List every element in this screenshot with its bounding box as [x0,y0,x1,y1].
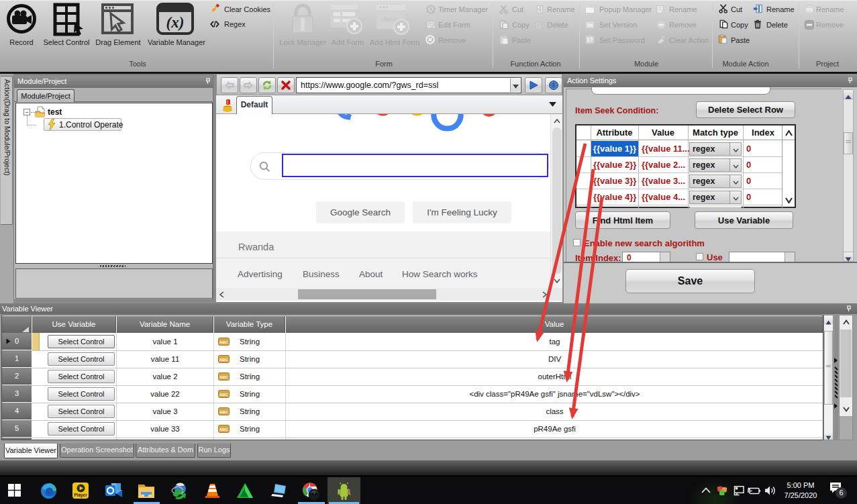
svg-text:Ve: Ve [587,22,593,28]
svg-text:1?: 1? [587,37,593,43]
svg-text:ABC: ABC [219,358,229,362]
svg-text:ABC: ABC [219,375,229,379]
svg-text:ABC: ABC [219,410,229,414]
svg-text:RN: RN [806,7,813,12]
svg-text:ABC: ABC [219,340,229,344]
svg-text:(x): (x) [166,14,185,31]
svg-text:ABC: ABC [219,393,229,397]
svg-text:ABC: ABC [219,427,229,432]
